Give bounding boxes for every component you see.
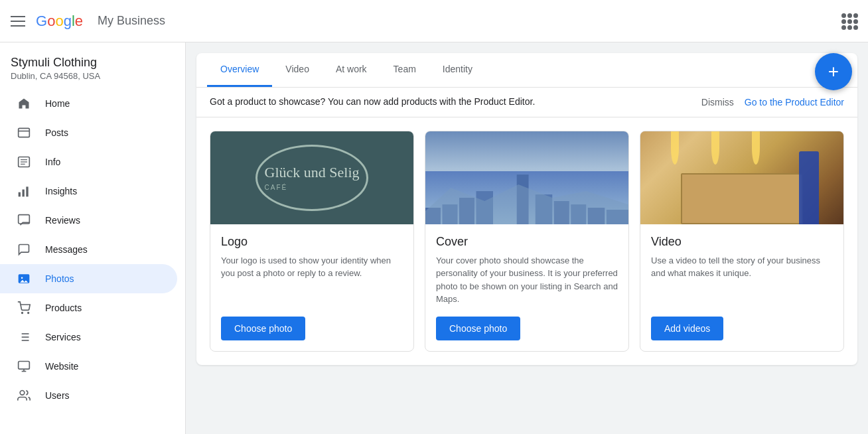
cover-card-desc: Your cover photo should showcase the per… <box>436 254 618 306</box>
reviews-icon <box>16 214 32 227</box>
hamburger-menu-button[interactable] <box>11 16 25 27</box>
sidebar-item-users[interactable]: Users <box>0 381 177 410</box>
svg-rect-0 <box>19 128 30 137</box>
sidebar-item-label-home: Home <box>45 98 70 109</box>
svg-point-23 <box>20 391 25 396</box>
svg-rect-8 <box>26 186 28 196</box>
logo-card-image: Glück und Selig CAFÉ <box>210 131 413 224</box>
topbar-left: Google My Business <box>11 13 165 30</box>
logo-card-body: Logo Your logo is used to show your iden… <box>210 224 413 351</box>
sidebar-item-label-info: Info <box>45 157 60 167</box>
tab-at-work[interactable]: At work <box>323 53 380 87</box>
sidebar-item-photos[interactable]: Photos <box>0 264 177 293</box>
logo-card: Glück und Selig CAFÉ Logo Your logo is u… <box>210 131 414 352</box>
business-name: Stymuli Clothing <box>11 56 175 70</box>
promo-banner: Got a product to showcase? You can now a… <box>196 88 857 117</box>
svg-rect-7 <box>23 190 25 197</box>
svg-point-13 <box>28 313 29 314</box>
product-editor-link[interactable]: Go to the Product Editor <box>745 97 844 108</box>
sidebar-item-label-services: Services <box>45 332 81 342</box>
google-logo: Google <box>36 13 83 30</box>
svg-point-11 <box>21 277 23 279</box>
video-room-bg <box>640 131 843 224</box>
sidebar-item-home[interactable]: Home <box>0 89 177 118</box>
website-icon <box>16 360 32 373</box>
sidebar-item-label-products: Products <box>45 303 82 313</box>
topbar: Google My Business <box>0 0 868 42</box>
sidebar-item-label-photos: Photos <box>45 273 74 284</box>
users-icon <box>16 389 32 402</box>
logo-card-desc: Your logo is used to show your identity … <box>221 254 403 306</box>
tabs-bar: Overview Video At work Team Identity <box>196 53 857 88</box>
sidebar-item-products[interactable]: Products <box>0 293 177 323</box>
cover-card: Cover Your cover photo should showcase t… <box>425 131 629 352</box>
services-icon <box>16 330 32 344</box>
logo-oval: Glück und Selig CAFÉ <box>255 145 368 211</box>
logo-oval-text: Glück und Selig CAFÉ <box>265 164 360 191</box>
logo-choose-photo-button[interactable]: Choose photo <box>221 317 305 340</box>
sidebar-item-label-website: Website <box>45 361 78 372</box>
photos-icon <box>16 272 32 285</box>
cards-grid: Glück und Selig CAFÉ Logo Your logo is u… <box>196 117 857 365</box>
sidebar-item-label-reviews: Reviews <box>45 215 80 226</box>
tab-team[interactable]: Team <box>380 53 429 87</box>
video-card: Video Use a video to tell the story of y… <box>640 131 844 352</box>
sidebar: Stymuli Clothing Dublin, CA 94568, USA H… <box>0 42 186 434</box>
cover-card-body: Cover Your cover photo should showcase t… <box>425 224 628 351</box>
tab-identity[interactable]: Identity <box>429 53 486 87</box>
dismiss-button[interactable]: Dismiss <box>701 97 734 108</box>
tab-overview[interactable]: Overview <box>207 53 272 87</box>
sidebar-item-services[interactable]: Services <box>0 323 177 352</box>
topbar-right <box>841 13 857 29</box>
video-card-title: Video <box>651 235 833 249</box>
sidebar-item-insights[interactable]: Insights <box>0 177 177 206</box>
posts-icon <box>16 126 32 139</box>
products-icon <box>16 301 32 315</box>
messages-icon <box>16 243 32 256</box>
cover-card-title: Cover <box>436 235 618 249</box>
sidebar-item-reviews[interactable]: Reviews <box>0 206 177 235</box>
tab-video[interactable]: Video <box>272 53 323 87</box>
add-photo-button[interactable]: + <box>815 53 852 90</box>
promo-text: Got a product to showcase? You can now a… <box>210 96 701 109</box>
app-name: My Business <box>98 14 165 28</box>
add-videos-button[interactable]: Add videos <box>651 317 723 340</box>
svg-rect-20 <box>19 362 30 370</box>
sidebar-item-label-posts: Posts <box>45 127 68 138</box>
sidebar-item-info[interactable]: Info <box>0 147 177 177</box>
sidebar-business: Stymuli Clothing Dublin, CA 94568, USA <box>0 42 185 89</box>
sidebar-item-label-insights: Insights <box>45 186 77 196</box>
content-area: + Overview Video At work Team Identity G… <box>186 42 868 434</box>
city-skyline-svg <box>425 171 628 224</box>
sidebar-nav: Home Posts Info Insights <box>0 89 185 410</box>
video-card-body: Video Use a video to tell the story of y… <box>640 224 843 351</box>
photos-panel: Overview Video At work Team Identity Got… <box>196 53 857 365</box>
google-apps-button[interactable] <box>841 13 857 29</box>
info-icon <box>16 155 32 169</box>
sidebar-item-posts[interactable]: Posts <box>0 118 177 147</box>
home-icon <box>16 97 32 110</box>
svg-rect-6 <box>19 192 21 197</box>
sidebar-item-messages[interactable]: Messages <box>0 235 177 264</box>
sidebar-item-label-messages: Messages <box>45 244 88 255</box>
business-address: Dublin, CA 94568, USA <box>11 71 175 81</box>
svg-point-12 <box>22 313 23 314</box>
main-layout: Stymuli Clothing Dublin, CA 94568, USA H… <box>0 42 868 434</box>
logo-card-title: Logo <box>221 235 403 249</box>
cover-card-image <box>425 131 628 224</box>
video-card-image <box>640 131 843 224</box>
cover-choose-photo-button[interactable]: Choose photo <box>436 317 520 340</box>
video-card-desc: Use a video to tell the story of your bu… <box>651 254 833 306</box>
sidebar-item-label-users: Users <box>45 390 70 401</box>
sidebar-item-website[interactable]: Website <box>0 352 177 381</box>
promo-actions: Dismiss Go to the Product Editor <box>701 97 844 108</box>
insights-icon <box>16 184 32 198</box>
